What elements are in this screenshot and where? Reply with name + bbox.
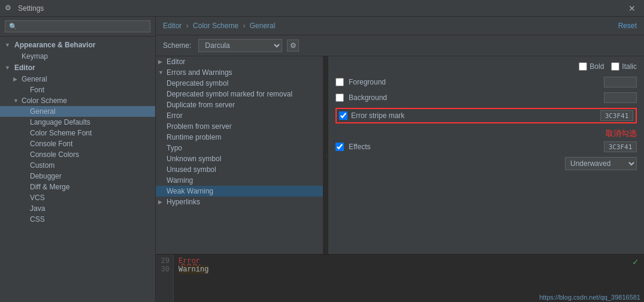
content-area: Editor › Color Scheme › General Reset Sc… bbox=[156, 17, 644, 302]
url-bar: https://blog.csdn.net/qq_39816581 bbox=[536, 292, 644, 302]
sidebar-item-editor[interactable]: ▼ Editor bbox=[0, 62, 155, 74]
divider[interactable]: ⋮ bbox=[323, 56, 328, 254]
sidebar-item-diff-merge[interactable]: Diff & Merge bbox=[0, 182, 155, 192]
tree-panel-label: Problem from server bbox=[167, 122, 232, 131]
sidebar-item-debugger[interactable]: Debugger bbox=[0, 171, 155, 182]
expand-arrow: ▶ bbox=[13, 76, 22, 82]
effects-type-select[interactable]: Underwaved bbox=[565, 157, 637, 170]
breadcrumb: Editor › Color Scheme › General bbox=[163, 22, 275, 30]
tree-panel-item-error[interactable]: Error bbox=[156, 110, 323, 121]
breadcrumb-part2: Color Scheme bbox=[193, 22, 238, 30]
sidebar-item-label: Console Font bbox=[30, 140, 72, 148]
tree-panel-item-hyperlinks[interactable]: ▶ Hyperlinks bbox=[156, 197, 323, 207]
warning-code: Warning bbox=[179, 265, 208, 274]
tree-panel-item-errors[interactable]: ▼ Errors and Warnings bbox=[156, 67, 323, 78]
sidebar-item-vcs[interactable]: VCS bbox=[0, 192, 155, 203]
expand-arrow: ▼ bbox=[13, 98, 22, 104]
tree-panel-item-typo[interactable]: Typo bbox=[156, 143, 323, 153]
tree-panel-item-problem-server[interactable]: Problem from server bbox=[156, 121, 323, 132]
title-bar: ⚙ Settings ✕ bbox=[0, 0, 644, 17]
sidebar-item-label: Keymap bbox=[22, 52, 48, 61]
effects-type-row: Underwaved bbox=[335, 157, 637, 170]
background-color-box[interactable] bbox=[604, 92, 637, 103]
error-code: Error bbox=[179, 257, 200, 265]
line-num-30: 30 bbox=[159, 265, 170, 274]
sidebar-item-label: Language Defaults bbox=[30, 118, 90, 126]
sidebar-item-appearance[interactable]: ▼ Appearance & Behavior bbox=[0, 39, 155, 51]
tree-panel-label: Editor bbox=[167, 58, 185, 66]
error-stripe-checkbox[interactable] bbox=[339, 111, 347, 120]
tree-panel-item-unused[interactable]: Unused symbol bbox=[156, 164, 323, 175]
breadcrumb-part3: General bbox=[250, 22, 276, 30]
sidebar-item-lang-defaults[interactable]: Language Defaults bbox=[0, 117, 155, 128]
effects-checkbox[interactable] bbox=[335, 143, 344, 151]
tree-panel-label: Error bbox=[167, 111, 183, 120]
sidebar-item-colorscheme-font[interactable]: Color Scheme Font bbox=[0, 128, 155, 138]
background-checkbox[interactable] bbox=[335, 93, 344, 102]
tree-panel-item-duplicate[interactable]: Duplicate from server bbox=[156, 99, 323, 110]
window-title: Settings bbox=[18, 4, 625, 13]
bold-checkbox[interactable] bbox=[579, 62, 587, 71]
tree-panel-item-warning[interactable]: Warning bbox=[156, 175, 323, 186]
background-row: Background bbox=[335, 92, 637, 103]
effects-color[interactable]: 3C3F41 bbox=[604, 141, 637, 152]
foreground-checkbox[interactable] bbox=[335, 78, 344, 86]
tree-panel-item-editor[interactable]: ▶ Editor bbox=[156, 56, 323, 67]
reset-button[interactable]: Reset bbox=[618, 22, 637, 30]
divider-dots: ⋮ bbox=[324, 153, 328, 158]
sidebar-item-java[interactable]: Java bbox=[0, 203, 155, 214]
effects-row: Effects 3C3F41 bbox=[335, 141, 637, 152]
italic-checkbox[interactable] bbox=[611, 62, 619, 71]
sidebar-item-font[interactable]: Font bbox=[0, 84, 155, 95]
error-stripe-label: Error stripe mark bbox=[351, 111, 597, 120]
foreground-color-box[interactable] bbox=[604, 77, 637, 87]
tree-panel-label: Runtime problem bbox=[167, 133, 221, 141]
gear-icon[interactable]: ⚙ bbox=[287, 40, 299, 52]
sidebar-item-keymap[interactable]: Keymap bbox=[0, 51, 155, 62]
close-button[interactable]: ✕ bbox=[625, 1, 639, 16]
error-stripe-color[interactable]: 3C3F41 bbox=[600, 110, 633, 121]
italic-label: Italic bbox=[622, 62, 637, 71]
bold-check[interactable]: Bold bbox=[579, 62, 604, 71]
scheme-label: Scheme: bbox=[163, 41, 191, 50]
properties-panel: Bold Italic Foreground Background bbox=[328, 56, 644, 254]
tree-panel-label: Typo bbox=[167, 144, 182, 152]
checkmark-icon: ✓ bbox=[632, 257, 639, 267]
sidebar-item-general[interactable]: ▶ General bbox=[0, 74, 155, 84]
sidebar-item-label: Color Scheme bbox=[22, 96, 67, 105]
tree-panel-item-unknown[interactable]: Unknown symbol bbox=[156, 153, 323, 164]
search-input[interactable] bbox=[5, 20, 150, 32]
sidebar-item-general-selected[interactable]: General bbox=[0, 106, 155, 117]
breadcrumb-sep2: › bbox=[243, 22, 247, 30]
main-container: ▼ Appearance & Behavior Keymap ▼ Editor … bbox=[0, 17, 644, 302]
bold-label: Bold bbox=[589, 62, 604, 71]
tree-panel-item-deprecated-removal[interactable]: Deprecated symbol marked for removal bbox=[156, 89, 323, 99]
tree-panel-item-deprecated[interactable]: Deprecated symbol bbox=[156, 78, 323, 89]
scheme-select[interactable]: Darcula bbox=[198, 39, 282, 52]
tree-panel-item-runtime[interactable]: Runtime problem bbox=[156, 132, 323, 143]
tree-panel-item-weak-warning[interactable]: Weak Warning bbox=[156, 186, 323, 197]
sidebar-item-console-colors[interactable]: Console Colors bbox=[0, 149, 155, 160]
expand-arrow: ▼ bbox=[5, 65, 13, 71]
line-numbers: 29 30 bbox=[156, 255, 174, 302]
italic-check[interactable]: Italic bbox=[611, 62, 637, 71]
preview-line-warning: Warning bbox=[179, 265, 639, 274]
sidebar-item-colorscheme[interactable]: ▼ Color Scheme bbox=[0, 95, 155, 106]
preview-line-error: Error bbox=[179, 257, 639, 265]
line-num-29: 29 bbox=[159, 257, 170, 265]
sidebar-item-label: General bbox=[30, 107, 56, 116]
effects-label: Effects bbox=[349, 143, 599, 151]
sidebar-item-custom[interactable]: Custom bbox=[0, 160, 155, 171]
tree-panel-label: Warning bbox=[167, 176, 193, 185]
sidebar-item-label: Editor bbox=[14, 64, 35, 72]
sidebar-item-label: Font bbox=[30, 86, 44, 94]
sidebar-tree: ▼ Appearance & Behavior Keymap ▼ Editor … bbox=[0, 37, 155, 227]
tree-panel: ▶ Editor ▼ Errors and Warnings Deprecate… bbox=[156, 56, 323, 254]
sidebar-item-console-font[interactable]: Console Font bbox=[0, 138, 155, 149]
search-box bbox=[0, 17, 155, 37]
sidebar: ▼ Appearance & Behavior Keymap ▼ Editor … bbox=[0, 17, 156, 302]
sidebar-item-label: Appearance & Behavior bbox=[14, 41, 95, 49]
tree-panel-label: Errors and Warnings bbox=[167, 68, 232, 77]
sidebar-item-css[interactable]: CSS bbox=[0, 214, 155, 225]
tree-panel-label: Unknown symbol bbox=[167, 155, 221, 163]
